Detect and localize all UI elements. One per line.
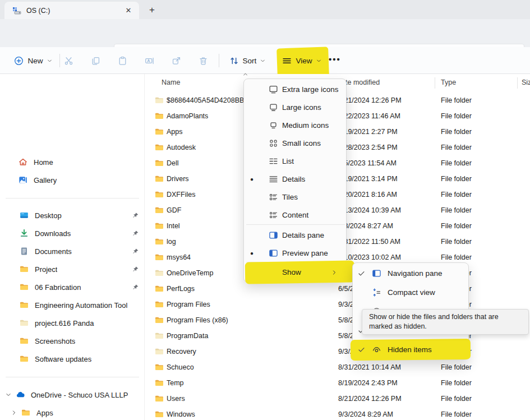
hidden-items-tooltip: Show or hide the files and folders that … — [362, 309, 529, 335]
sidebar-item-onedrive[interactable]: OneDrive - Schuco USA LLLP — [0, 387, 144, 403]
small-icons-icon — [269, 139, 278, 148]
menu-item-tiles[interactable]: Tiles — [244, 188, 347, 206]
file-date: 8/21/2024 12:26 PM — [338, 395, 402, 403]
sidebar-item-apps[interactable]: Apps — [0, 405, 144, 420]
file-name: PerfLogs — [167, 285, 195, 293]
menu-item-preview-pane[interactable]: ●Preview pane — [244, 244, 347, 262]
sidebar-item-gallery[interactable]: Gallery — [0, 172, 144, 188]
file-type: File folder — [441, 112, 472, 120]
folder-icon — [155, 190, 164, 199]
menu-item-medium-icons[interactable]: Medium icons — [244, 116, 347, 134]
menu-item-large-icons[interactable]: Large icons — [244, 98, 347, 116]
sidebar-item-label: Home — [34, 158, 53, 167]
file-name: Apps — [167, 128, 183, 136]
file-type: File folder — [441, 238, 472, 246]
menu-item-small-icons[interactable]: Small icons — [244, 134, 347, 152]
menu-item-label: Preview pane — [282, 249, 328, 257]
file-row[interactable]: PerfLogs6/5/2023 11:54 AMFile folder — [145, 281, 530, 297]
file-row[interactable]: Recovery9/3/2024 8:29 AMFile folder — [145, 344, 530, 359]
column-divider[interactable] — [517, 77, 518, 89]
folder-icon — [21, 408, 30, 417]
navigation-bar: › This PC › OS (C:) › — [0, 19, 530, 47]
new-button[interactable]: New — [8, 50, 58, 71]
menu-item-label: Large icons — [282, 103, 321, 112]
copy-button[interactable] — [85, 50, 105, 71]
menu-item-show[interactable]: Show — [244, 263, 347, 281]
preview-pane-icon — [269, 248, 278, 258]
sidebar-item-downloads[interactable]: Downloads — [0, 225, 144, 241]
list-view-icon — [269, 156, 278, 166]
submenu-item-hidden-items[interactable]: Hidden items — [353, 340, 469, 359]
paste-button[interactable] — [112, 50, 132, 71]
column-divider[interactable] — [435, 77, 435, 89]
submenu-item-compact-view[interactable]: Compact view — [353, 283, 469, 302]
tab-os-c[interactable]: OS (C:) ✕ — [4, 2, 139, 19]
column-header-type[interactable]: Type — [441, 79, 456, 86]
folder-icon — [155, 363, 164, 372]
file-type: File folder — [441, 253, 472, 261]
file-row[interactable]: Windows9/3/2024 8:29 AMFile folder — [145, 407, 530, 420]
sidebar-item-engineering-automation-tool[interactable]: Engineering Automation Tool — [0, 297, 144, 313]
menu-item-content[interactable]: Content — [244, 206, 347, 224]
tab-title: OS (C:) — [26, 7, 122, 15]
home-icon — [19, 158, 27, 167]
file-row[interactable]: Temp8/19/2024 2:43 PMFile folder — [145, 375, 530, 391]
folder-icon — [155, 410, 164, 419]
rename-button[interactable] — [139, 50, 159, 71]
trash-icon — [199, 56, 208, 66]
delete-button[interactable] — [193, 50, 213, 71]
file-name: DXFFiles — [167, 191, 195, 199]
sort-button[interactable]: Sort — [223, 50, 271, 71]
sidebar-item-label: project.616 Panda — [35, 319, 94, 327]
file-date: 8/31/2021 10:14 AM — [338, 363, 401, 371]
file-explorer-window: OS (C:) ✕ + › This PC › OS (C:) › New — [0, 0, 530, 420]
share-button[interactable] — [166, 50, 186, 71]
sidebar-item-label: Downloads — [35, 229, 71, 238]
file-row[interactable]: Users8/21/2024 12:26 PMFile folder — [145, 391, 530, 407]
folder-icon — [155, 127, 164, 136]
chevron-down-icon[interactable] — [6, 392, 11, 398]
column-header-size[interactable]: Size — [522, 79, 530, 86]
rename-icon — [145, 56, 154, 66]
sidebar-item-label: Project — [35, 265, 57, 274]
selected-bullet-icon: ● — [250, 250, 254, 256]
folder-icon — [20, 265, 29, 274]
view-button-label: View — [296, 57, 312, 65]
sidebar-item-screenshots[interactable]: Screenshots — [0, 333, 144, 349]
file-name: GDF — [167, 206, 181, 214]
menu-item-extra-large-icons[interactable]: Extra large icons — [244, 80, 347, 98]
menu-item-list[interactable]: List — [244, 152, 347, 170]
tab-close-icon[interactable]: ✕ — [122, 4, 135, 17]
column-header-name[interactable]: Name — [162, 79, 180, 86]
extra-large-icons-icon — [269, 85, 278, 94]
menu-item-details[interactable]: ●Details — [244, 170, 347, 188]
submenu-item-navigation-pane[interactable]: Navigation pane — [353, 264, 469, 283]
sidebar-item-software-updates[interactable]: Software updates — [0, 351, 144, 367]
menu-item-details-pane[interactable]: Details pane — [244, 226, 347, 244]
sidebar-item-desktop[interactable]: Desktop — [0, 207, 144, 223]
menu-item-label: Details — [282, 175, 305, 183]
folder-icon — [155, 143, 164, 152]
details-view-icon — [269, 174, 278, 184]
menu-scroll-up-icon[interactable] — [239, 70, 251, 78]
sidebar-item-06-fabrication[interactable]: 06 Fabrication — [0, 279, 144, 295]
file-row[interactable]: Schueco8/31/2021 10:14 AMFile folder — [145, 359, 530, 375]
view-button[interactable]: View — [276, 50, 328, 71]
sidebar-divider — [6, 198, 139, 199]
sidebar-item-documents[interactable]: Documents — [0, 243, 144, 259]
folder-icon — [155, 379, 164, 387]
file-date: 8/22/2023 11:46 AM — [338, 112, 400, 120]
new-tab-button[interactable]: + — [145, 3, 159, 17]
file-type: File folder — [441, 363, 472, 371]
folder-icon — [155, 112, 164, 121]
sidebar-item-project-616-panda[interactable]: project.616 Panda — [0, 315, 144, 331]
menu-item-label: Show — [282, 268, 301, 276]
sidebar-item-label: Gallery — [34, 176, 57, 184]
sidebar-item-project[interactable]: Project — [0, 261, 144, 277]
file-type: File folder — [441, 379, 472, 387]
cut-button[interactable] — [58, 50, 79, 71]
file-name: Intel — [167, 222, 180, 230]
see-more-button[interactable]: ••• — [324, 50, 345, 71]
sidebar-item-home[interactable]: Home — [0, 154, 144, 170]
chevron-right-icon[interactable] — [11, 410, 17, 416]
